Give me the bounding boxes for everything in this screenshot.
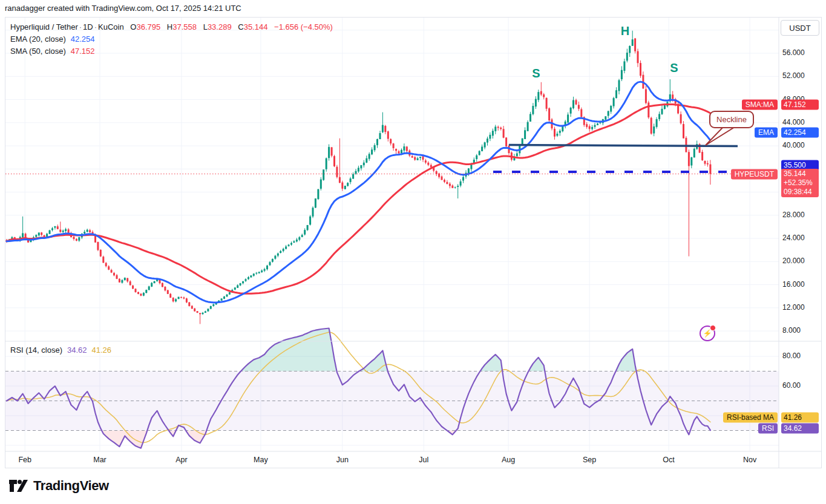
exchange: KuCoin xyxy=(98,22,124,31)
time-axis-month-label: Feb xyxy=(18,456,31,464)
time-axis-month-label: Apr xyxy=(175,456,187,464)
lightning-bolt-icon: ⚡ xyxy=(703,330,712,337)
low-value: 33.289 xyxy=(208,22,232,31)
price-tick-label: 16.000 xyxy=(782,280,805,289)
sma-axis-name-badge: SMA:MA xyxy=(742,99,778,110)
price-tick-label: 20.000 xyxy=(782,257,805,265)
rsi-tick-label: 60.00 xyxy=(782,381,801,390)
time-axis-month-label: Mar xyxy=(93,456,107,464)
rsi-axis-name-badge: RSI xyxy=(758,424,778,434)
interval: 1D xyxy=(83,22,93,31)
price-tick-label: 56.000 xyxy=(782,48,805,57)
ema-value: 42.254 xyxy=(71,34,95,44)
ema-axis-value-badge: 42.254 xyxy=(781,128,819,138)
time-axis-month-label: Aug xyxy=(502,456,515,464)
svg-text:H: H xyxy=(621,24,629,38)
chart-canvas[interactable]: SHSNeckline xyxy=(5,18,821,468)
sma-axis-value-badge: 47.152 xyxy=(781,99,819,110)
svg-text:S: S xyxy=(532,67,540,80)
notification-dot xyxy=(710,325,716,331)
time-axis-month-label: Nov xyxy=(743,456,756,464)
rsi-tick-label: 80.00 xyxy=(782,352,801,360)
rsi-legend: RSI (14, close)34.6241.26 xyxy=(10,345,111,355)
price-tick-label: 24.000 xyxy=(782,234,805,242)
close-value: 35.144 xyxy=(244,22,268,31)
rsi-ma-value: 41.26 xyxy=(92,345,112,355)
rsi-value: 34.62 xyxy=(67,345,87,355)
time-axis-month-label: May xyxy=(254,456,268,464)
price-tick-label: 12.000 xyxy=(782,303,805,312)
rsi-ma-axis-name-badge: RSI-based MA xyxy=(723,412,778,422)
symbol-legend: Hyperliquid / Tether·1D·KuCoin O36.795 H… xyxy=(10,21,333,57)
last-price-badge: 35.144+52.35%09:38:44 xyxy=(781,169,819,197)
credit-line: ranadagger created with TradingView.com,… xyxy=(5,4,241,13)
svg-text:Neckline: Neckline xyxy=(716,115,747,124)
tradingview-logo[interactable]: TradingView xyxy=(8,478,109,494)
symbol-axis-name-badge: HYPEUSDT xyxy=(731,169,778,180)
ema-axis-name-badge: EMA xyxy=(755,128,778,138)
time-axis-month-label: Oct xyxy=(663,456,674,464)
price-tick-label: 44.000 xyxy=(782,118,805,126)
svg-text:S: S xyxy=(670,61,678,74)
time-axis-month-label: Jun xyxy=(336,456,349,464)
high-value: 37.558 xyxy=(172,22,197,31)
change-value: −1.656 (−4.50%) xyxy=(274,22,333,31)
time-axis-month-label: Jul xyxy=(419,456,428,464)
tradingview-chart-page: { "header": { "credit": "ranadagger crea… xyxy=(0,0,826,504)
sma-legend-row: SMA (50, close)47.152 xyxy=(10,45,333,57)
price-tick-label: 52.000 xyxy=(782,71,805,80)
sma-value: 47.152 xyxy=(71,47,95,56)
currency-toggle-button[interactable]: USDT xyxy=(781,20,819,36)
symbol-row: Hyperliquid / Tether·1D·KuCoin O36.795 H… xyxy=(10,21,333,33)
rsi-axis-value-badge: 34.62 xyxy=(781,424,819,434)
ema-legend-row: EMA (20, close)42.254 xyxy=(10,33,333,45)
symbol-name: Hyperliquid / Tether xyxy=(10,22,78,31)
time-axis-scale[interactable]: FebMarAprMayJunJulAugSepOctNov xyxy=(5,452,821,468)
quick-action-lightning-icon[interactable]: ⚡ xyxy=(700,326,715,341)
price-tick-label: 8.000 xyxy=(782,326,801,335)
tradingview-wordmark: TradingView xyxy=(33,478,109,494)
price-tick-label: 40.000 xyxy=(782,141,805,149)
chart-widget: SHSNeckline Hyperliquid / Tether·1D·KuCo… xyxy=(5,17,822,468)
price-tick-label: 28.000 xyxy=(782,211,805,219)
open-value: 36.795 xyxy=(136,22,160,31)
time-axis-month-label: Sep xyxy=(583,456,596,464)
tradingview-logo-icon xyxy=(8,478,28,494)
rsi-ma-axis-value-badge: 41.26 xyxy=(781,412,819,422)
